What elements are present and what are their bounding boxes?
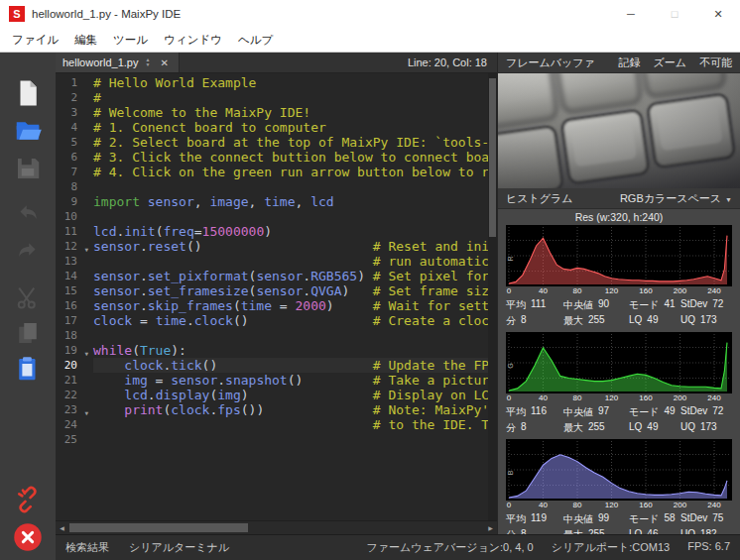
serial-port-label: シリアルポート:COM13 — [552, 540, 671, 555]
stat-value: 75 — [712, 512, 723, 526]
stat-cell: 最大255 — [563, 314, 629, 328]
histogram-chart-B: B — [506, 439, 732, 501]
broken-link-icon — [13, 485, 43, 514]
stat-label: 最大 — [563, 314, 583, 328]
stat-value: 72 — [712, 298, 723, 312]
tab-helloworld[interactable]: helloworld_1.py ▲▼ ✕ — [56, 53, 180, 72]
histogram-channel-G: G04080120160200240平均116中央値97モード49StDev72… — [498, 332, 740, 435]
code-line: # 1. Conenct board to computer — [93, 120, 488, 135]
line-number: 6 — [56, 150, 89, 165]
window-controls: ─ □ ✕ — [609, 0, 740, 28]
cut-button[interactable] — [13, 282, 43, 312]
disconnect-button[interactable] — [13, 485, 43, 514]
menu-item-0[interactable]: ファイル — [4, 28, 66, 52]
x-tick-label: 160 — [639, 286, 652, 295]
redo-button[interactable] — [13, 237, 43, 267]
keyboard-photo — [498, 73, 740, 188]
maximize-button[interactable]: □ — [653, 0, 696, 28]
x-tick-label: 80 — [573, 393, 582, 402]
line-number: 19▼ — [56, 343, 89, 358]
copy-button[interactable] — [13, 318, 43, 348]
scroll-right-arrow-icon[interactable]: ▶ — [484, 524, 497, 531]
code-line — [93, 432, 488, 447]
framebuffer-button-2[interactable]: 不可能 — [699, 56, 732, 68]
new-file-button[interactable] — [13, 78, 43, 108]
undo-button[interactable] — [13, 199, 43, 229]
line-number: 5 — [56, 135, 89, 150]
tab-updown-icon[interactable]: ▲▼ — [145, 57, 150, 67]
stat-value: 72 — [712, 405, 723, 419]
stat-value: 99 — [598, 512, 609, 526]
statusbar-tab-0[interactable]: 検索結果 — [65, 540, 109, 555]
code-editor[interactable]: # Hello World Example## Welcome to the M… — [89, 73, 488, 520]
stat-label: StDev — [680, 512, 707, 526]
fps-label: FPS: 6.7 — [687, 540, 730, 555]
colorspace-dropdown[interactable]: RGBカラースペース▼ — [620, 191, 732, 206]
line-number: 17 — [56, 313, 89, 328]
horizontal-scrollbar-thumb[interactable] — [69, 523, 248, 532]
x-tick-label: 240 — [707, 286, 720, 295]
histogram-chart-G: G — [506, 332, 732, 393]
stat-value: 255 — [588, 421, 605, 435]
menu-item-1[interactable]: 編集 — [66, 28, 105, 52]
line-number: 15 — [56, 283, 89, 298]
stat-label: 平均 — [506, 298, 526, 312]
code-line: sensor.set_pixformat(sensor.RGB565) # Se… — [93, 269, 488, 283]
save-file-button[interactable] — [13, 154, 43, 183]
vertical-scrollbar-thumb[interactable] — [489, 78, 496, 237]
copy-icon — [13, 318, 43, 348]
code-line: # 4. Click on the green run arrow button… — [93, 165, 488, 179]
stat-value: 41 — [664, 298, 675, 312]
line-number: 13 — [56, 254, 89, 269]
vertical-scrollbar[interactable] — [488, 73, 497, 520]
stat-cell: LQ49 — [629, 421, 680, 435]
line-number: 9 — [56, 194, 89, 209]
menu-item-3[interactable]: ウィンドウ — [156, 28, 230, 52]
line-number: 3 — [56, 105, 89, 120]
scroll-left-arrow-icon[interactable]: ◀ — [56, 524, 68, 531]
code-line: img = sensor.snapshot() # Take a picture… — [93, 373, 488, 388]
code-line: # run automatically, call sensor.run(0) … — [93, 254, 488, 269]
menu-item-4[interactable]: ヘルプ — [230, 28, 281, 52]
tab-close-icon[interactable]: ✕ — [157, 57, 171, 68]
stat-label: 中央値 — [563, 405, 593, 419]
paste-button[interactable] — [13, 354, 43, 384]
stat-value: 119 — [531, 512, 547, 526]
open-file-button[interactable] — [13, 116, 43, 146]
stat-label: UQ — [680, 314, 695, 328]
stat-label: LQ — [629, 314, 642, 328]
framebuffer-button-0[interactable]: 記録 — [618, 56, 640, 68]
code-line: # Hello World Example — [93, 75, 488, 90]
code-line: # to the IDE. The FPS should increase on… — [93, 417, 488, 432]
stat-cell: 平均116 — [506, 405, 563, 419]
x-tick-label: 80 — [573, 286, 582, 295]
x-tick-label: 0 — [507, 393, 511, 402]
histogram-x-ticks: 04080120160200240 — [506, 286, 732, 296]
close-button[interactable]: ✕ — [696, 0, 740, 28]
line-number: 7 — [56, 165, 89, 179]
histogram-chart-R: R — [506, 225, 732, 286]
stat-cell: 平均119 — [506, 512, 563, 526]
right-panel: フレームバッファ 記録ズーム不可能 — [497, 53, 740, 534]
code-line: lcd.display(img) # Display on LCD — [93, 388, 488, 402]
menu-item-2[interactable]: ツール — [105, 28, 156, 52]
maixpy-ide-window: S helloworld_1.py - MaixPy IDE ─ □ ✕ ファイ… — [0, 0, 740, 560]
statusbar-tab-1[interactable]: シリアルターミナル — [129, 540, 229, 555]
stat-label: 平均 — [506, 405, 526, 419]
line-number: 18 — [56, 328, 89, 343]
minimize-button[interactable]: ─ — [609, 0, 653, 28]
statusbar: 検索結果シリアルターミナル ファームウェアバージョン:0, 4, 0 シリアルポ… — [56, 534, 740, 560]
stop-button[interactable] — [13, 522, 43, 552]
stat-label: StDev — [680, 298, 707, 312]
stat-cell: 分8 — [506, 421, 563, 435]
stat-label: 分 — [506, 421, 516, 435]
horizontal-scrollbar[interactable]: ◀ ▶ — [56, 520, 497, 534]
framebuffer-button-1[interactable]: ズーム — [653, 56, 686, 68]
x-tick-label: 200 — [674, 501, 686, 509]
histogram-channel-B: B04080120160200240平均119中央値99モード58StDev75… — [498, 439, 740, 542]
stat-cell: モード41 — [629, 298, 680, 312]
code-line — [93, 209, 488, 224]
stop-x-icon — [13, 522, 43, 552]
firmware-version-label: ファームウェアバージョン:0, 4, 0 — [366, 540, 533, 555]
framebuffer-image — [498, 73, 740, 188]
